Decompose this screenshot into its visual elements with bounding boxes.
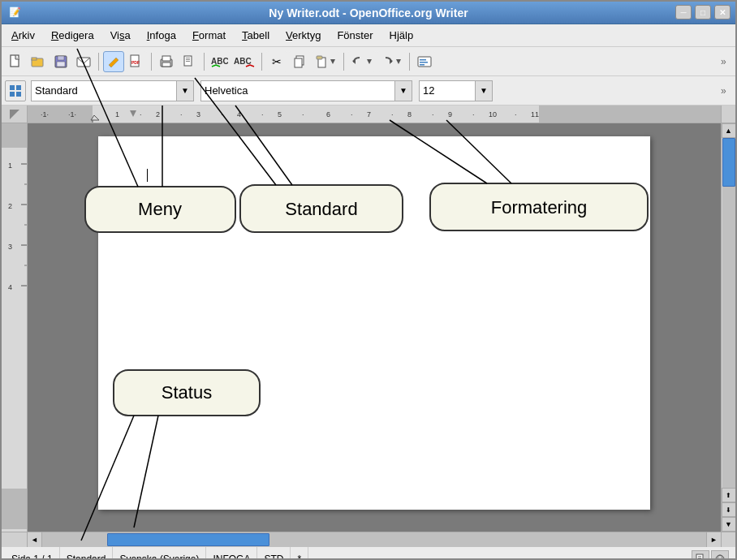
status-page: Sida 1 / 1	[5, 547, 60, 560]
svg-rect-79	[696, 554, 703, 561]
svg-rect-31	[420, 64, 425, 66]
document-area	[28, 123, 721, 532]
menu-infoga[interactable]: Infoga	[140, 28, 183, 43]
font-selector[interactable]: Helvetica	[200, 80, 395, 101]
menu-hjalp[interactable]: Hjälp	[383, 28, 420, 43]
svg-marker-27	[396, 59, 401, 64]
new-button[interactable]	[5, 51, 26, 72]
svg-text:·: ·	[221, 110, 223, 118]
vertical-ruler: 1 2 3 4	[2, 123, 28, 532]
h-scroll-corner-right	[721, 532, 735, 547]
scroll-up-button[interactable]: ▲	[722, 123, 736, 138]
style-selector[interactable]: Standard	[31, 80, 177, 101]
svg-rect-30	[420, 62, 428, 63]
svg-point-84	[718, 555, 722, 561]
menu-format[interactable]: Format	[186, 28, 232, 43]
app-icon: 📝	[6, 5, 23, 19]
paste-button[interactable]	[312, 51, 339, 72]
maximize-button[interactable]: □	[695, 5, 711, 19]
separator	[151, 53, 152, 71]
scroll-right-button[interactable]: ►	[706, 532, 721, 547]
pdf-button[interactable]: PDF	[126, 51, 147, 72]
svg-rect-2	[32, 58, 37, 60]
svg-point-83	[716, 555, 724, 561]
font-size-arrow[interactable]: ▼	[475, 80, 493, 101]
svg-text:·: ·	[351, 110, 353, 118]
separator	[98, 53, 99, 71]
menu-tabell[interactable]: Tabell	[235, 28, 276, 43]
style-selector-arrow[interactable]: ▼	[176, 80, 194, 101]
font-selector-arrow[interactable]: ▼	[394, 80, 412, 101]
menu-visa[interactable]: Visa	[104, 28, 137, 43]
cut-button[interactable]: ✂	[266, 51, 287, 72]
document-page[interactable]	[98, 136, 650, 510]
svg-marker-23	[330, 59, 335, 64]
separator	[261, 53, 262, 71]
svg-text:ABC: ABC	[234, 57, 252, 66]
navigator-button[interactable]	[414, 51, 435, 72]
scroll-line-up[interactable]: ⬆	[722, 488, 736, 502]
redo-button[interactable]	[377, 51, 405, 72]
formatting-toolbar-more[interactable]: »	[721, 80, 732, 101]
font-size-selector[interactable]: 12	[419, 80, 476, 101]
toolbar-more[interactable]: »	[721, 51, 732, 72]
svg-text:1: 1	[8, 162, 12, 170]
scroll-down-button[interactable]: ▼	[722, 517, 736, 532]
menu-fonster[interactable]: Fönster	[330, 28, 379, 43]
svg-text:·: ·	[472, 110, 475, 118]
h-scroll-track	[42, 532, 706, 547]
autocorrect-button[interactable]: ABC	[231, 51, 257, 72]
print-button[interactable]	[156, 51, 177, 72]
title-text: Ny Writer.odt - OpenOffice.org Writer	[269, 6, 468, 19]
svg-text:3: 3	[8, 243, 12, 251]
save-button[interactable]	[50, 51, 71, 72]
svg-text:5: 5	[278, 110, 282, 118]
preview-button[interactable]	[179, 51, 200, 72]
text-cursor	[147, 169, 148, 182]
status-modified: *	[291, 547, 308, 560]
status-icons	[688, 547, 732, 560]
svg-rect-34	[10, 92, 15, 97]
svg-rect-5	[57, 62, 65, 67]
svg-text:2: 2	[156, 110, 160, 118]
svg-rect-82	[698, 559, 701, 560]
svg-text:2: 2	[8, 202, 12, 210]
open-button[interactable]	[28, 51, 49, 72]
spellcheck-button[interactable]: ABC	[209, 51, 230, 72]
h-scrollbar-row: ◄ ►	[2, 532, 735, 546]
close-button[interactable]: ✕	[714, 5, 731, 19]
horizontal-ruler: ·1· ·1· 1 · 2 · 3 · 4 · 5 · 6 · 7 · 8 · …	[28, 106, 721, 123]
svg-rect-32	[10, 85, 15, 90]
menu-bar: Arkiv Redigera Visa Infoga Format Tabell…	[2, 24, 735, 47]
svg-marker-36	[10, 110, 19, 119]
svg-text:8: 8	[407, 110, 412, 118]
copy-button[interactable]	[289, 51, 310, 72]
svg-rect-14	[186, 58, 190, 58]
h-scroll-corner-left	[2, 532, 28, 547]
status-doc-icon[interactable]	[692, 550, 709, 561]
menu-arkiv[interactable]: Arkiv	[5, 28, 41, 43]
svg-rect-66	[2, 148, 28, 489]
ruler-corner	[2, 106, 28, 123]
svg-text:·: ·	[432, 110, 434, 118]
menu-redigera[interactable]: Redigera	[45, 28, 101, 43]
svg-text:·: ·	[140, 110, 142, 118]
status-web-icon[interactable]	[711, 550, 729, 561]
minimize-button[interactable]: ─	[675, 5, 692, 19]
scroll-line-down[interactable]: ⬇	[722, 502, 736, 517]
svg-text:6: 6	[326, 110, 330, 118]
edit-mode-button[interactable]	[103, 51, 124, 72]
styles-button[interactable]	[5, 80, 26, 101]
status-bar: Sida 1 / 1 Standard Svenska (Sverige) IN…	[2, 546, 735, 560]
svg-text:3: 3	[196, 110, 200, 118]
v-scroll-thumb[interactable]	[722, 138, 735, 187]
undo-button[interactable]	[348, 51, 376, 72]
status-infoga[interactable]: INFOGA	[206, 547, 257, 560]
email-button[interactable]	[73, 51, 94, 72]
status-language: Svenska (Sverige)	[113, 547, 206, 560]
h-scroll-thumb[interactable]	[107, 533, 269, 546]
svg-rect-65	[2, 123, 28, 148]
menu-verktyg[interactable]: Verktyg	[279, 28, 327, 43]
status-std[interactable]: STD	[257, 547, 291, 560]
scroll-left-button[interactable]: ◄	[28, 532, 42, 547]
